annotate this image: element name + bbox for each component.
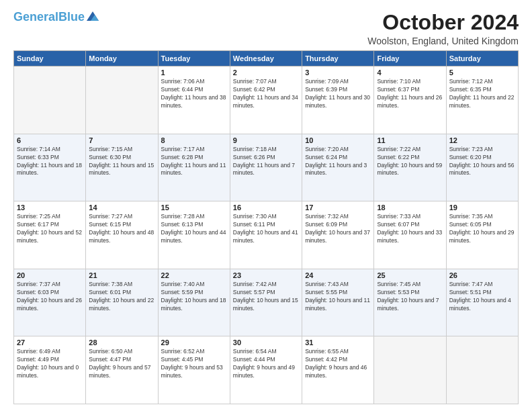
header-friday: Friday [374,51,446,66]
day-info: Sunrise: 7:12 AMSunset: 6:35 PMDaylight:… [449,78,515,110]
day-number: 21 [89,271,154,279]
header-saturday: Saturday [446,51,518,66]
calendar-cell: 24Sunrise: 7:43 AMSunset: 5:55 PMDayligh… [302,269,374,336]
day-number: 6 [17,136,83,144]
day-info: Sunrise: 7:17 AMSunset: 6:28 PMDaylight:… [161,146,227,178]
day-number: 28 [89,338,154,347]
day-info: Sunrise: 7:28 AMSunset: 6:13 PMDaylight:… [161,213,227,245]
day-info: Sunrise: 7:18 AMSunset: 6:26 PMDaylight:… [233,146,299,178]
calendar-cell: 17Sunrise: 7:32 AMSunset: 6:09 PMDayligh… [302,201,374,269]
day-number: 2 [233,68,299,77]
day-number: 4 [377,68,443,77]
day-number: 26 [449,271,515,279]
calendar-week-3: 13Sunrise: 7:25 AMSunset: 6:17 PMDayligh… [14,201,519,269]
calendar-cell: 31Sunrise: 6:55 AMSunset: 4:42 PMDayligh… [302,336,374,404]
logo-name2: Blue [58,10,85,24]
day-info: Sunrise: 7:35 AMSunset: 6:05 PMDaylight:… [449,213,515,245]
day-number: 20 [17,271,83,279]
calendar-week-1: 1Sunrise: 7:06 AMSunset: 6:44 PMDaylight… [14,66,519,134]
day-number: 9 [233,136,299,144]
day-number: 31 [305,338,371,347]
month-title: October 2024 [367,11,519,34]
day-info: Sunrise: 7:09 AMSunset: 6:39 PMDaylight:… [305,78,371,110]
calendar-week-4: 20Sunrise: 7:37 AMSunset: 6:03 PMDayligh… [14,269,519,336]
calendar-cell: 9Sunrise: 7:18 AMSunset: 6:26 PMDaylight… [230,134,302,201]
day-info: Sunrise: 7:23 AMSunset: 6:20 PMDaylight:… [449,146,515,178]
day-info: Sunrise: 6:49 AMSunset: 4:49 PMDaylight:… [17,348,83,380]
logo-name1: General [13,10,58,24]
logo: GeneralBlue [13,11,99,23]
day-info: Sunrise: 7:32 AMSunset: 6:09 PMDaylight:… [305,213,371,245]
calendar-cell: 4Sunrise: 7:10 AMSunset: 6:37 PMDaylight… [374,66,446,134]
calendar-table: Sunday Monday Tuesday Wednesday Thursday… [13,50,519,404]
day-info: Sunrise: 7:37 AMSunset: 6:03 PMDaylight:… [17,281,83,313]
day-info: Sunrise: 6:54 AMSunset: 4:44 PMDaylight:… [233,348,299,380]
day-number: 18 [377,203,443,212]
day-info: Sunrise: 7:43 AMSunset: 5:55 PMDaylight:… [305,281,371,313]
day-number: 24 [305,271,371,279]
calendar-cell: 19Sunrise: 7:35 AMSunset: 6:05 PMDayligh… [446,201,518,269]
header-wednesday: Wednesday [230,51,302,66]
day-number: 29 [161,338,227,347]
day-number: 10 [305,136,371,144]
calendar-cell: 6Sunrise: 7:14 AMSunset: 6:33 PMDaylight… [14,134,86,201]
calendar-cell: 7Sunrise: 7:15 AMSunset: 6:30 PMDaylight… [86,134,158,201]
day-info: Sunrise: 7:38 AMSunset: 6:01 PMDaylight:… [89,281,154,313]
day-info: Sunrise: 7:42 AMSunset: 5:57 PMDaylight:… [233,281,299,313]
header: GeneralBlue October 2024 Woolston, Engla… [13,11,519,46]
day-info: Sunrise: 7:06 AMSunset: 6:44 PMDaylight:… [161,78,227,110]
day-info: Sunrise: 6:52 AMSunset: 4:45 PMDaylight:… [161,348,227,380]
day-info: Sunrise: 7:45 AMSunset: 5:53 PMDaylight:… [377,281,443,313]
day-info: Sunrise: 7:33 AMSunset: 6:07 PMDaylight:… [377,213,443,245]
day-info: Sunrise: 7:40 AMSunset: 5:59 PMDaylight:… [161,281,227,313]
day-info: Sunrise: 7:47 AMSunset: 5:51 PMDaylight:… [449,281,515,313]
calendar-cell: 10Sunrise: 7:20 AMSunset: 6:24 PMDayligh… [302,134,374,201]
calendar-cell: 27Sunrise: 6:49 AMSunset: 4:49 PMDayligh… [14,336,86,404]
day-number: 22 [161,271,227,279]
day-info: Sunrise: 7:25 AMSunset: 6:17 PMDaylight:… [17,213,83,245]
day-number: 30 [233,338,299,347]
calendar-cell: 29Sunrise: 6:52 AMSunset: 4:45 PMDayligh… [158,336,230,404]
calendar-cell: 13Sunrise: 7:25 AMSunset: 6:17 PMDayligh… [14,201,86,269]
day-number: 8 [161,136,227,144]
day-info: Sunrise: 7:15 AMSunset: 6:30 PMDaylight:… [89,146,154,178]
header-monday: Monday [86,51,158,66]
calendar-cell: 5Sunrise: 7:12 AMSunset: 6:35 PMDaylight… [446,66,518,134]
calendar-cell: 25Sunrise: 7:45 AMSunset: 5:53 PMDayligh… [374,269,446,336]
day-number: 16 [233,203,299,212]
calendar-cell: 3Sunrise: 7:09 AMSunset: 6:39 PMDaylight… [302,66,374,134]
day-number: 11 [377,136,443,144]
day-info: Sunrise: 7:07 AMSunset: 6:42 PMDaylight:… [233,78,299,110]
calendar-week-2: 6Sunrise: 7:14 AMSunset: 6:33 PMDaylight… [14,134,519,201]
day-info: Sunrise: 7:22 AMSunset: 6:22 PMDaylight:… [377,146,443,178]
day-info: Sunrise: 7:14 AMSunset: 6:33 PMDaylight:… [17,146,83,178]
day-number: 5 [449,68,515,77]
page: GeneralBlue October 2024 Woolston, Engla… [0,0,532,411]
calendar-cell: 2Sunrise: 7:07 AMSunset: 6:42 PMDaylight… [230,66,302,134]
calendar-cell: 12Sunrise: 7:23 AMSunset: 6:20 PMDayligh… [446,134,518,201]
day-info: Sunrise: 7:20 AMSunset: 6:24 PMDaylight:… [305,146,371,178]
calendar-cell: 21Sunrise: 7:38 AMSunset: 6:01 PMDayligh… [86,269,158,336]
day-info: Sunrise: 6:55 AMSunset: 4:42 PMDaylight:… [305,348,371,380]
calendar-cell: 8Sunrise: 7:17 AMSunset: 6:28 PMDaylight… [158,134,230,201]
day-number: 12 [449,136,515,144]
calendar-cell: 30Sunrise: 6:54 AMSunset: 4:44 PMDayligh… [230,336,302,404]
day-info: Sunrise: 7:10 AMSunset: 6:37 PMDaylight:… [377,78,443,110]
title-block: October 2024 Woolston, England, United K… [367,11,519,46]
day-info: Sunrise: 7:30 AMSunset: 6:11 PMDaylight:… [233,213,299,245]
calendar-cell [14,66,86,134]
day-info: Sunrise: 7:27 AMSunset: 6:15 PMDaylight:… [89,213,154,245]
day-number: 27 [17,338,83,347]
calendar-cell [446,336,518,404]
calendar-cell [86,66,158,134]
header-tuesday: Tuesday [158,51,230,66]
calendar-week-5: 27Sunrise: 6:49 AMSunset: 4:49 PMDayligh… [14,336,519,404]
day-number: 3 [305,68,371,77]
calendar-cell [374,336,446,404]
day-number: 15 [161,203,227,212]
calendar-cell: 1Sunrise: 7:06 AMSunset: 6:44 PMDaylight… [158,66,230,134]
day-number: 25 [377,271,443,279]
calendar-cell: 11Sunrise: 7:22 AMSunset: 6:22 PMDayligh… [374,134,446,201]
calendar-cell: 22Sunrise: 7:40 AMSunset: 5:59 PMDayligh… [158,269,230,336]
header-sunday: Sunday [14,51,86,66]
